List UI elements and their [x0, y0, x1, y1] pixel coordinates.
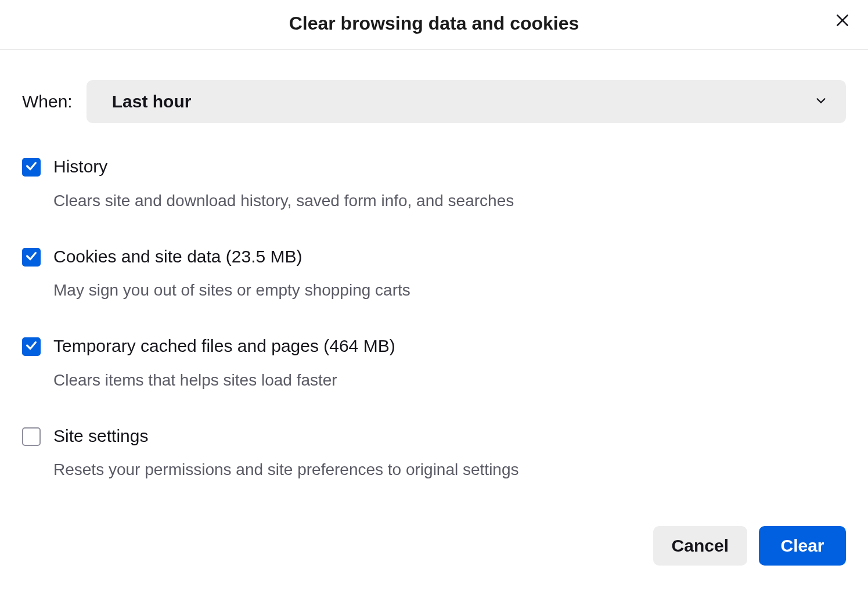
option-label[interactable]: Cookies and site data (23.5 MB)	[53, 246, 846, 268]
select-value: Last hour	[112, 92, 192, 111]
option-description: Clears items that helps sites load faste…	[53, 370, 846, 390]
option-texts: Site settings Resets your permissions an…	[53, 425, 846, 480]
option-history: History Clears site and download history…	[22, 156, 846, 211]
checkbox-cookies[interactable]	[22, 248, 41, 267]
option-texts: Temporary cached files and pages (464 MB…	[53, 335, 846, 390]
dialog-header: Clear browsing data and cookies	[0, 0, 868, 50]
check-icon	[25, 250, 38, 265]
close-icon	[835, 13, 850, 30]
time-range-select[interactable]: Last hour	[87, 80, 846, 123]
clear-data-dialog: Clear browsing data and cookies When: La…	[0, 0, 868, 589]
cancel-button[interactable]: Cancel	[653, 526, 747, 566]
clear-button[interactable]: Clear	[759, 526, 846, 566]
option-cookies: Cookies and site data (23.5 MB) May sign…	[22, 246, 846, 301]
checkbox-cache[interactable]	[22, 337, 41, 356]
dialog-body: When: Last hour History	[0, 50, 868, 526]
dialog-footer: Cancel Clear	[0, 526, 868, 589]
option-label[interactable]: History	[53, 156, 846, 178]
when-label: When:	[22, 92, 73, 111]
check-icon	[25, 339, 38, 354]
option-site-settings: Site settings Resets your permissions an…	[22, 425, 846, 480]
option-description: May sign you out of sites or empty shopp…	[53, 280, 846, 300]
chevron-down-icon	[815, 94, 827, 109]
close-button[interactable]	[830, 8, 855, 34]
dialog-title: Clear browsing data and cookies	[0, 13, 868, 34]
when-row: When: Last hour	[22, 80, 846, 123]
option-texts: History Clears site and download history…	[53, 156, 846, 211]
check-icon	[25, 160, 38, 175]
option-label[interactable]: Site settings	[53, 425, 846, 447]
option-label[interactable]: Temporary cached files and pages (464 MB…	[53, 335, 846, 357]
option-texts: Cookies and site data (23.5 MB) May sign…	[53, 246, 846, 301]
option-description: Clears site and download history, saved …	[53, 190, 846, 211]
checkbox-history[interactable]	[22, 158, 41, 177]
checkbox-site-settings[interactable]	[22, 427, 41, 446]
option-cache: Temporary cached files and pages (464 MB…	[22, 335, 846, 390]
option-description: Resets your permissions and site prefere…	[53, 459, 846, 480]
